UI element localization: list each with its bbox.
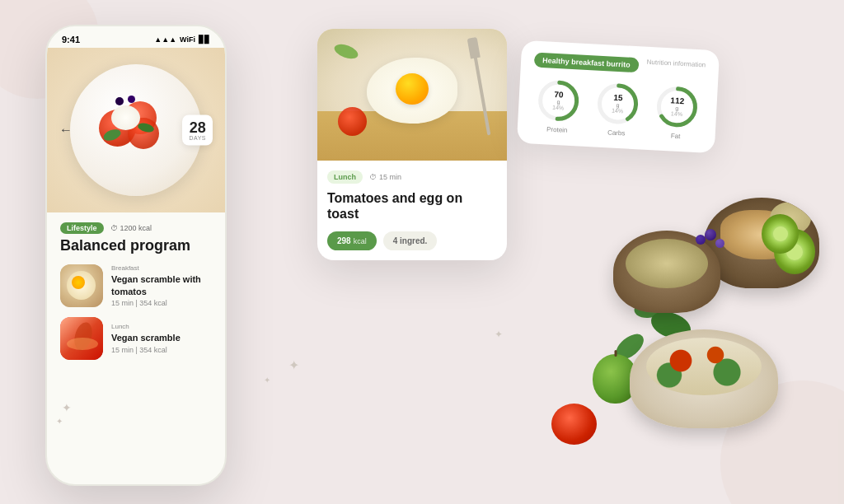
recipe-stats: 298 kcal 4 ingred. (327, 231, 497, 250)
days-badge: 28 DAYS (182, 115, 213, 146)
meal-item-2[interactable]: Lunch Vegan scramble 15 min | 354 kcal (60, 317, 212, 360)
protein-percent: 14% (552, 105, 564, 111)
phone-content: Lifestyle ⏱ 1200 kcal Balanced program B… (47, 212, 225, 380)
battery-icon: ▊▊ (199, 35, 210, 44)
kcal-unit: kcal (354, 237, 367, 245)
clock-icon: ⏱ (110, 224, 118, 232)
days-number: 28 (189, 120, 206, 135)
status-icons: ▲▲▲ WiFi ▊▊ (154, 35, 210, 44)
kcal-info: ⏱ 1200 kcal (110, 224, 152, 232)
signal-icon: ▲▲▲ (154, 35, 176, 44)
salad-content (646, 338, 762, 395)
time: 9:41 (62, 35, 80, 44)
recipe-title: Tomatoes and egg on toast (327, 190, 497, 222)
quinoa (626, 239, 708, 288)
wifi-icon: WiFi (180, 35, 195, 44)
protein-chart: 70 g 14% (535, 77, 582, 124)
meal-category-2: Lunch (111, 323, 212, 330)
meal-details-2: 15 min | 354 kcal (111, 346, 212, 354)
meal-thumb-1 (60, 264, 103, 307)
protein-item: 70 g 14% Protein (535, 77, 582, 135)
recipe-image (317, 29, 507, 161)
program-meta: Lifestyle ⏱ 1200 kcal (60, 222, 212, 234)
meal-info-2: Lunch Vegan scramble 15 min | 354 kcal (111, 323, 212, 353)
meal-details-1: 15 min | 354 kcal (111, 299, 212, 307)
protein-label: Protein (546, 126, 568, 134)
clock-icon: ⏱ (369, 173, 377, 181)
kcal-text: 1200 kcal (120, 224, 152, 232)
ingred-value: 4 (393, 236, 398, 245)
recipe-body: Lunch ⏱ 15 min Tomatoes and egg on toast… (317, 161, 507, 260)
status-bar: 9:41 ▲▲▲ WiFi ▊▊ (47, 26, 225, 48)
blueberry-3 (715, 239, 724, 248)
meal-item-1[interactable]: Breakfast Vegan scramble with tomatos 15… (60, 264, 212, 307)
ingred-label: ingred. (400, 236, 427, 245)
days-label: DAYS (189, 135, 206, 141)
food-decoration (580, 0, 844, 504)
meal-name-1: Vegan scramble with tomatos (111, 273, 212, 297)
recipe-tags: Lunch ⏱ 15 min (327, 170, 497, 184)
time-text: 15 min (379, 173, 401, 181)
kiwi-2 (762, 214, 799, 254)
lifestyle-badge[interactable]: Lifestyle (60, 222, 104, 234)
sparkle-4: ✦ (495, 329, 503, 339)
meal-thumb-2 (60, 317, 103, 360)
kcal-pill[interactable]: 298 kcal (327, 231, 377, 250)
bowl-grain (613, 231, 720, 313)
meal-name-2: Vegan scramble (111, 332, 212, 343)
sparkle-5: ✦ (264, 376, 270, 385)
ingred-pill[interactable]: 4 ingred. (383, 231, 438, 250)
tomato (551, 404, 597, 445)
time-tag: ⏱ 15 min (369, 173, 401, 181)
recipe-card: Lunch ⏱ 15 min Tomatoes and egg on toast… (317, 29, 507, 260)
program-title: Balanced program (60, 237, 212, 254)
sparkle-3: ✦ (288, 359, 299, 372)
blueberry-1 (705, 229, 716, 240)
protein-value: 70 (553, 91, 565, 100)
kcal-value: 298 (337, 236, 351, 245)
sparkle-1: ✦ (62, 402, 72, 413)
sparkle-2: ✦ (56, 418, 63, 426)
phone-mockup: 9:41 ▲▲▲ WiFi ▊▊ ← (45, 25, 227, 486)
meal-info-1: Breakfast Vegan scramble with tomatos 15… (111, 264, 212, 307)
blueberry-2 (696, 235, 706, 245)
salad-bowl (630, 329, 778, 428)
lunch-tag[interactable]: Lunch (327, 170, 363, 184)
hero-image: ← 28 DAYS (47, 48, 225, 212)
meal-category-1: Breakfast (111, 264, 212, 272)
